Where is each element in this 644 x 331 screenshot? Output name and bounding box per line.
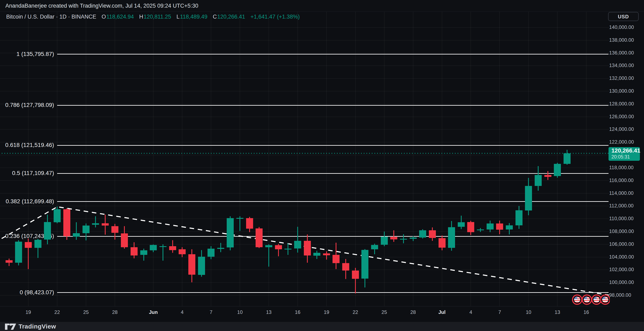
tradingview-snapshot: AnandaBanerjee created with TradingView.… <box>0 0 644 331</box>
grid-hline <box>0 117 610 117</box>
grid-vline <box>557 12 558 306</box>
candle-body <box>92 223 99 225</box>
us-flag-event-icon[interactable] <box>572 294 582 305</box>
price-axis-label: 116,000.00 <box>609 177 634 183</box>
price-axis-label: 140,000.00 <box>609 24 634 30</box>
fib-level-line[interactable] <box>57 145 608 146</box>
price-axis-label: 128,000.00 <box>609 101 634 107</box>
fib-level-label: 0.618 (121,519.46) <box>0 142 54 148</box>
last-price-value: 120,266.41 <box>612 147 640 154</box>
ohlc-high: H120,811.25 <box>139 14 171 20</box>
grid-hline <box>0 180 610 181</box>
candle-wick <box>95 216 96 227</box>
grid-hline <box>0 295 610 295</box>
attribution-bar: AnandaBanerjee created with TradingView.… <box>0 0 644 12</box>
candle-body <box>371 245 378 249</box>
time-axis-label: 4 <box>470 309 472 315</box>
candle-body <box>544 175 552 177</box>
ohlc-close: C120,266.41 <box>213 14 245 20</box>
candle-body <box>217 248 224 249</box>
candle-body <box>54 209 61 222</box>
candle-body <box>448 227 455 248</box>
price-axis[interactable]: USD 120,266.41 20:05:31 140,000.00138,00… <box>610 12 644 322</box>
grid-hline <box>0 65 610 66</box>
candle-wick <box>297 227 298 253</box>
candle-body <box>102 223 109 226</box>
grid-vline <box>442 12 442 306</box>
price-axis-label: 114,000.00 <box>609 190 634 196</box>
grid-vline <box>153 12 154 306</box>
candle-body <box>179 249 186 254</box>
grid-vline <box>384 12 384 306</box>
price-axis-label: 118,000.00 <box>609 165 634 170</box>
candle-wick <box>268 244 269 267</box>
candle-body <box>73 233 80 237</box>
fib-level-line[interactable] <box>57 292 608 293</box>
grid-vline <box>528 12 529 306</box>
ohlc-low: L118,489.49 <box>176 14 207 20</box>
grid-hline <box>0 104 610 104</box>
grid-vline <box>57 12 57 306</box>
tradingview-logo[interactable]: TradingView <box>4 322 56 330</box>
candle-body <box>525 186 532 210</box>
candle-body <box>275 245 282 249</box>
bar-countdown: 20:05:31 <box>612 154 640 160</box>
grid-vline <box>500 12 500 306</box>
candle-body <box>112 226 118 233</box>
time-axis[interactable]: 19222528Jun4710131619222528Jul47101316 <box>0 306 610 322</box>
grid-vline <box>298 12 298 306</box>
time-axis-label: 22 <box>352 309 358 315</box>
tradingview-logo-icon <box>4 322 16 330</box>
grid-hline <box>0 78 610 79</box>
price-axis-label: 108,000.00 <box>609 228 634 234</box>
us-flag-graphic <box>594 296 600 303</box>
chart-pane[interactable]: 1 (135,795.87)0.786 (127,798.09)0.618 (1… <box>0 12 610 306</box>
candle-body <box>169 246 176 250</box>
grid-hline <box>0 193 610 194</box>
candle-body <box>381 237 388 245</box>
fib-level-line[interactable] <box>57 54 608 55</box>
candle-body <box>429 230 436 238</box>
grid-hline <box>0 129 610 130</box>
time-axis-label: 13 <box>266 309 272 315</box>
candle-body <box>477 229 484 230</box>
candle-body <box>323 253 330 255</box>
us-flag-event-icon[interactable] <box>600 294 610 305</box>
time-axis-label: 16 <box>584 309 589 315</box>
time-axis-label: 16 <box>295 309 300 315</box>
time-axis-label: 7 <box>498 309 501 315</box>
grid-vline <box>240 12 240 306</box>
candle-body <box>535 175 542 186</box>
grid-vline <box>211 12 211 306</box>
candle-body <box>496 223 503 230</box>
tradingview-logo-text: TradingView <box>18 323 56 330</box>
price-axis-label: 100,000.00 <box>609 279 634 285</box>
grid-hline <box>0 142 610 142</box>
fib-level-line[interactable] <box>57 105 608 106</box>
grid-hline <box>0 282 610 283</box>
currency-toggle-button[interactable]: USD <box>608 12 639 21</box>
candle-body <box>400 239 407 240</box>
us-flag-event-icon[interactable] <box>582 294 592 305</box>
candle-body <box>130 247 138 255</box>
time-axis-label: 19 <box>26 309 31 315</box>
price-axis-label: 112,000.00 <box>609 203 634 209</box>
fib-level-label: 0 (98,423.07) <box>0 289 54 296</box>
price-axis-label: 134,000.00 <box>609 63 634 68</box>
candle-body <box>246 218 253 229</box>
candle-body <box>198 257 205 275</box>
footer-bar: TradingView <box>0 322 644 331</box>
fib-level-line[interactable] <box>57 236 608 237</box>
fib-level-line[interactable] <box>57 173 608 174</box>
grid-hline <box>0 155 610 155</box>
candle-body <box>313 253 320 256</box>
candle-body <box>486 223 494 229</box>
price-axis-label: 138,000.00 <box>609 37 634 43</box>
ohlc-open: O118,624.94 <box>102 14 134 20</box>
grid-hline <box>0 231 610 232</box>
fib-level-label: 0.382 (112,699.48) <box>0 198 54 205</box>
symbol-legend: Bitcoin / U.S. Dollar · 1D · BINANCE O11… <box>6 14 300 20</box>
candle-body <box>256 228 262 247</box>
grid-hline <box>0 40 610 41</box>
us-flag-graphic <box>602 296 608 303</box>
